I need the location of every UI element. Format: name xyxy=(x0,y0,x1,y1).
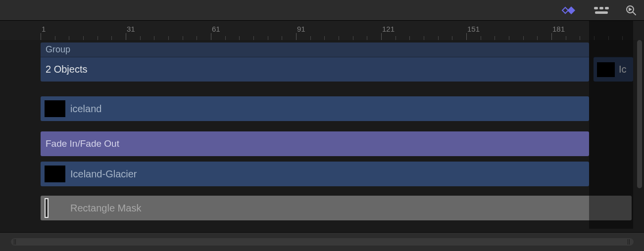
mask-handle-icon xyxy=(45,198,49,218)
ruler-tick-minor xyxy=(438,36,439,40)
timeline-tracks: Group 2 Objects Ic iceland Fade In/Fade … xyxy=(0,40,633,229)
timeline-toolbar xyxy=(0,0,644,21)
mask-label: Rectangle Mask xyxy=(70,203,141,214)
ruler-tick-minor xyxy=(154,36,154,40)
clip-iceland-glacier[interactable]: Iceland-Glacier xyxy=(41,162,589,186)
vertical-scrollbar[interactable] xyxy=(635,40,644,229)
group-summary: 2 Objects xyxy=(46,64,87,75)
ruler-tick-minor xyxy=(253,36,254,40)
ruler-tick-minor xyxy=(111,36,112,40)
ruler-tick-minor xyxy=(622,36,623,40)
ruler-tick-minor xyxy=(282,36,282,40)
ruler-tick-minor xyxy=(310,36,311,40)
ruler-tick-minor xyxy=(424,36,424,40)
ruler-label: 61 xyxy=(212,25,220,33)
ruler-tick-minor xyxy=(608,36,609,40)
ruler-tick-minor xyxy=(140,36,141,40)
ruler-tick-minor xyxy=(509,36,509,40)
ruler-tick-minor xyxy=(98,36,98,40)
ruler-tick-major xyxy=(381,33,382,40)
ruler-tick-minor xyxy=(495,36,495,40)
clip-iceland[interactable]: iceland xyxy=(41,96,589,121)
timing-icon[interactable] xyxy=(593,0,610,20)
svg-rect-2 xyxy=(594,7,598,9)
ruler-tick-major xyxy=(211,33,211,40)
group-summary-bar[interactable]: 2 Objects xyxy=(41,57,589,82)
ruler-tick-minor xyxy=(580,36,580,40)
ruler-tick-major xyxy=(41,33,41,40)
timeline-zoom-slider[interactable] xyxy=(11,238,634,246)
group-bar[interactable]: Group xyxy=(41,42,589,57)
svg-rect-5 xyxy=(595,11,608,14)
ruler-label: 31 xyxy=(127,25,135,33)
behavior-fade[interactable]: Fade In/Fade Out xyxy=(41,131,589,156)
ruler-tick-minor xyxy=(537,36,538,40)
ruler-tick-minor xyxy=(481,36,481,40)
ruler-tick-major xyxy=(466,33,467,40)
ruler-tick-minor xyxy=(324,36,325,40)
keyframe-editor-icon[interactable] xyxy=(558,0,578,20)
group-overflow-bar[interactable]: Ic xyxy=(594,57,633,82)
ruler-label: 181 xyxy=(552,25,565,33)
ruler-tick-minor xyxy=(183,36,183,40)
ruler-tick-minor xyxy=(566,36,566,40)
ruler-tick-minor xyxy=(523,36,524,40)
clip-thumbnail xyxy=(45,100,65,117)
ruler-tick-major xyxy=(126,33,126,40)
behavior-label: Fade In/Fade Out xyxy=(46,138,119,149)
clip-thumbnail xyxy=(45,166,65,182)
ruler-label: 1 xyxy=(42,25,46,33)
ruler-tick-minor xyxy=(69,36,69,40)
ruler-label: 151 xyxy=(467,25,480,33)
timeline-ruler[interactable]: 1316191121151181 xyxy=(0,21,644,40)
ruler-tick-minor xyxy=(409,36,410,40)
ruler-tick-minor xyxy=(396,36,396,40)
ruler-label: 121 xyxy=(382,25,395,33)
group-title: Group xyxy=(46,44,70,55)
ruler-tick-minor xyxy=(225,36,226,40)
search-preview-icon[interactable] xyxy=(625,0,637,20)
vertical-scroll-thumb[interactable] xyxy=(637,40,642,188)
timeline-zoom-bar xyxy=(0,232,644,251)
ruler-tick-minor xyxy=(353,36,353,40)
ruler-tick-minor xyxy=(83,36,84,40)
ruler-tick-major xyxy=(551,33,552,40)
svg-marker-8 xyxy=(629,7,632,11)
svg-rect-4 xyxy=(605,7,609,9)
clip-thumbnail xyxy=(597,62,615,77)
ruler-tick-minor xyxy=(55,36,55,40)
ruler-label: 91 xyxy=(297,25,305,33)
ruler-tick-minor xyxy=(268,36,268,40)
ruler-tick-minor xyxy=(197,36,197,40)
svg-marker-1 xyxy=(567,6,575,14)
clip-label: Iceland-Glacier xyxy=(70,168,137,180)
clip-label: iceland xyxy=(70,103,101,115)
ruler-tick-major xyxy=(296,33,297,40)
ruler-tick-minor xyxy=(367,36,367,40)
mask-rectangle[interactable]: Rectangle Mask xyxy=(41,196,632,220)
ruler-tick-minor xyxy=(168,36,169,40)
zoom-grip-left[interactable] xyxy=(14,239,17,245)
zoom-grip-right[interactable] xyxy=(628,239,631,245)
svg-rect-3 xyxy=(599,7,603,9)
ruler-tick-minor xyxy=(239,36,240,40)
ruler-tick-minor xyxy=(594,36,594,40)
svg-line-7 xyxy=(633,12,636,15)
ruler-tick-minor xyxy=(452,36,452,40)
group-overflow-label: Ic xyxy=(619,64,627,75)
ruler-tick-minor xyxy=(339,36,339,40)
